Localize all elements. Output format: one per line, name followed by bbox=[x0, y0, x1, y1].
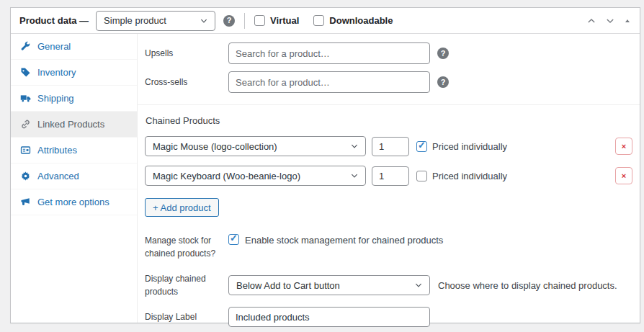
tab-label: Attributes bbox=[37, 145, 77, 156]
megaphone-icon bbox=[20, 197, 31, 207]
priced-individually-label: Priced individually bbox=[432, 171, 507, 181]
cross-sells-search-input[interactable] bbox=[228, 71, 430, 93]
chained-product-select[interactable]: Magic Mouse (logo-collection) bbox=[145, 136, 366, 156]
display-chained-products-select[interactable]: Below Add to Cart button bbox=[228, 275, 430, 295]
tab-inventory[interactable]: Inventory bbox=[11, 60, 137, 86]
tab-attributes[interactable]: Attributes bbox=[11, 138, 137, 163]
display-label-label: Display Label bbox=[145, 310, 228, 323]
display-chained-products-help: Choose where to display chained products… bbox=[438, 280, 617, 291]
downloadable-checkbox[interactable] bbox=[313, 15, 324, 26]
tab-linked-products[interactable]: Linked Products bbox=[11, 112, 137, 138]
tab-general[interactable]: General bbox=[11, 34, 137, 60]
section-divider bbox=[138, 104, 640, 105]
move-up-icon[interactable] bbox=[586, 16, 596, 26]
chevron-down-icon bbox=[200, 17, 208, 25]
chained-products-heading: Chained Products bbox=[146, 115, 632, 126]
priced-individually-label: Priced individually bbox=[432, 141, 507, 152]
add-product-button[interactable]: + Add product bbox=[145, 198, 219, 217]
wrench-icon bbox=[20, 41, 31, 52]
chevron-down-icon bbox=[350, 171, 359, 180]
tab-get-more-options[interactable]: Get more options bbox=[11, 189, 137, 215]
downloadable-label: Downloadable bbox=[329, 15, 393, 26]
chained-quantity-input[interactable] bbox=[372, 137, 409, 156]
virtual-label: Virtual bbox=[270, 15, 299, 26]
manage-stock-checkbox[interactable] bbox=[228, 234, 239, 245]
header-divider bbox=[244, 13, 245, 29]
chained-product-value: Magic Mouse (logo-collection) bbox=[153, 141, 277, 152]
remove-chained-product-button[interactable]: × bbox=[615, 138, 632, 155]
product-type-value: Simple product bbox=[104, 15, 166, 26]
display-chained-products-label: Display chained products bbox=[145, 272, 228, 298]
tab-label: Get more options bbox=[37, 197, 109, 207]
chained-product-value: Magic Keyboard (Woo-beanie-logo) bbox=[153, 171, 300, 181]
upsells-label: Upsells bbox=[145, 47, 228, 60]
gear-icon bbox=[20, 171, 31, 181]
linked-products-panel: Upsells ? Cross-sells ? Chained Products… bbox=[138, 34, 640, 323]
truck-icon bbox=[20, 93, 31, 104]
card-icon bbox=[20, 145, 31, 156]
help-icon[interactable]: ? bbox=[437, 48, 449, 59]
chevron-down-icon bbox=[414, 281, 423, 290]
manage-stock-label: Manage stock for chained products? bbox=[145, 234, 228, 260]
chevron-down-icon bbox=[350, 142, 359, 151]
priced-individually-checkbox[interactable] bbox=[416, 171, 427, 181]
chained-product-row: Magic Keyboard (Woo-beanie-logo) Priced … bbox=[145, 166, 632, 186]
chained-product-select[interactable]: Magic Keyboard (Woo-beanie-logo) bbox=[145, 166, 366, 186]
chained-quantity-input[interactable] bbox=[372, 166, 409, 186]
tab-advanced[interactable]: Advanced bbox=[11, 163, 137, 189]
product-data-header: Product data — Simple product ? Virtual … bbox=[11, 8, 640, 34]
tab-label: Linked Products bbox=[37, 119, 104, 130]
virtual-checkbox[interactable] bbox=[254, 15, 265, 26]
toggle-panel-icon[interactable] bbox=[624, 17, 631, 24]
cross-sells-label: Cross-sells bbox=[145, 76, 228, 89]
chained-product-row: Magic Mouse (logo-collection) Priced ind… bbox=[145, 136, 632, 156]
tab-label: Inventory bbox=[37, 67, 76, 78]
link-icon bbox=[20, 119, 31, 130]
product-data-tabs: General Inventory Shipping Linked Produc… bbox=[11, 34, 138, 323]
tab-label: General bbox=[37, 41, 71, 52]
upsells-search-input[interactable] bbox=[228, 42, 430, 64]
remove-chained-product-button[interactable]: × bbox=[615, 167, 632, 184]
help-icon[interactable]: ? bbox=[437, 76, 449, 88]
product-type-select[interactable]: Simple product bbox=[96, 11, 215, 31]
manage-stock-checkbox-label: Enable stock management for chained prod… bbox=[245, 234, 443, 246]
tab-shipping[interactable]: Shipping bbox=[11, 86, 137, 112]
display-chained-products-value: Below Add to Cart button bbox=[236, 280, 340, 291]
help-icon[interactable]: ? bbox=[223, 15, 235, 27]
product-data-panel: Product data — Simple product ? Virtual … bbox=[10, 7, 640, 323]
tag-icon bbox=[20, 67, 31, 78]
tab-label: Advanced bbox=[37, 171, 79, 181]
panel-title: Product data — bbox=[19, 15, 89, 26]
move-down-icon[interactable] bbox=[605, 16, 615, 26]
priced-individually-checkbox[interactable] bbox=[416, 141, 427, 152]
display-label-input[interactable] bbox=[228, 307, 430, 327]
tab-label: Shipping bbox=[37, 93, 74, 104]
